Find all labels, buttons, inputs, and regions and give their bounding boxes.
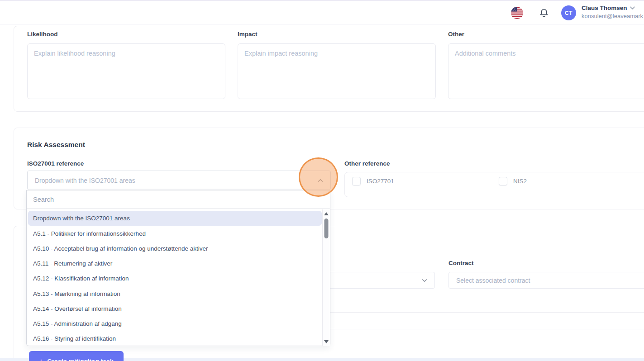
iso27001-reference-label: ISO27001 reference <box>27 160 84 167</box>
likelihood-label: Likelihood <box>27 31 58 38</box>
iso27001-select-placeholder: Dropdown with the ISO27001 areas <box>28 177 330 184</box>
dropdown-option[interactable]: A5.13 - Mærkning af information <box>27 286 323 301</box>
impact-textarea[interactable] <box>238 43 436 99</box>
dropdown-option[interactable]: A5.11 - Returnering af aktiver <box>27 256 323 271</box>
other-label: Other <box>448 31 464 38</box>
dropdown-option[interactable]: A5.10 - Acceptabel brug af information o… <box>27 241 323 256</box>
other-comments-textarea[interactable] <box>448 43 644 99</box>
checkbox-iso27701[interactable]: ISO27701 <box>352 177 394 185</box>
iso-dropdown-list: Dropdown with the ISO27001 areas A5.1 - … <box>27 209 323 346</box>
dropdown-option[interactable]: A5.12 - Klassifikation af information <box>27 271 323 286</box>
dropdown-option[interactable]: A5.1 - Politikker for informationssikker… <box>27 226 323 241</box>
likelihood-textarea[interactable] <box>27 43 225 99</box>
scroll-up-arrow-icon[interactable] <box>324 212 329 215</box>
page: CT Claus Thomsen konsulent@leaveamark Li… <box>0 0 644 361</box>
other-reference-label: Other reference <box>344 160 390 167</box>
dropdown-option[interactable]: A5.16 - Styring af identifikation <box>27 331 323 346</box>
user-email: konsulent@leaveamark <box>582 13 644 19</box>
checkbox-label: NIS2 <box>513 178 527 185</box>
checkbox-box-icon[interactable] <box>499 177 507 185</box>
scroll-down-arrow-icon[interactable] <box>324 340 329 343</box>
avatar-initials: CT <box>565 10 572 16</box>
iso27001-reference-select[interactable]: Dropdown with the ISO27001 areas <box>27 171 331 190</box>
other-reference-group: ISO27701 NIS2 <box>344 172 644 197</box>
dropdown-option[interactable]: Dropdown with the ISO27001 areas <box>28 211 322 226</box>
dropdown-search-input[interactable] <box>27 190 330 209</box>
create-mitigating-task-button[interactable]: + Create mitigating task <box>29 351 124 361</box>
contract-select[interactable]: Select associated contract <box>448 272 644 289</box>
contract-label: Contract <box>448 260 474 266</box>
checkbox-box-icon[interactable] <box>352 177 361 185</box>
plus-icon: + <box>39 357 43 361</box>
avatar[interactable]: CT <box>561 5 576 20</box>
chevron-down-icon <box>630 6 635 10</box>
dropdown-option[interactable]: A5.14 - Overførsel af information <box>27 301 323 316</box>
chevron-up-icon <box>318 179 323 182</box>
checkbox-label: ISO27701 <box>367 178 394 185</box>
reasoning-card: Likelihood Impact Other <box>14 26 644 112</box>
contract-select-placeholder: Select associated contract <box>449 277 644 284</box>
notifications-bell-icon[interactable] <box>539 8 549 19</box>
checkbox-nis2[interactable]: NIS2 <box>499 177 527 185</box>
impact-label: Impact <box>238 31 258 38</box>
iso-dropdown-panel: Dropdown with the ISO27001 areas A5.1 - … <box>26 190 330 346</box>
user-menu[interactable]: Claus Thomsen konsulent@leaveamark <box>582 5 644 19</box>
language-flag-icon[interactable] <box>511 7 523 19</box>
scrollbar-thumb[interactable] <box>324 218 329 238</box>
risk-assessment-title: Risk Assessment <box>27 141 85 149</box>
top-bar: CT Claus Thomsen konsulent@leaveamark <box>0 0 644 24</box>
chevron-down-icon <box>422 279 427 282</box>
dropdown-option[interactable]: A5.15 - Administration af adgang <box>27 316 323 331</box>
dropdown-scrollbar[interactable] <box>322 209 330 346</box>
user-name: Claus Thomsen <box>582 5 627 11</box>
create-mitigating-task-label: Create mitigating task <box>47 358 113 361</box>
